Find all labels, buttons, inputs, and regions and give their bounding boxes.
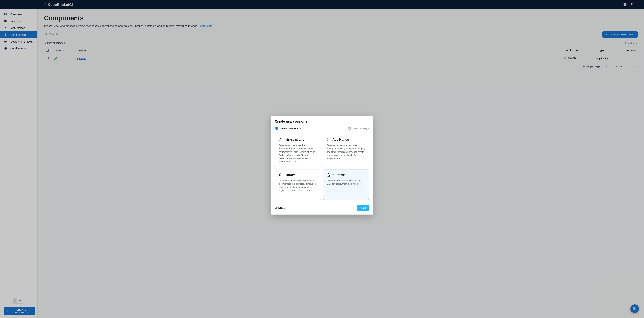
step-number: 2	[348, 127, 351, 130]
component-type-cards: Infrastructure Deploys and manages the i…	[271, 133, 373, 201]
next-button[interactable]: NEXT	[357, 205, 369, 211]
svg-rect-27	[328, 140, 328, 141]
card-title: Infrastructure	[284, 138, 304, 142]
step-1[interactable]: 1 Select component	[275, 127, 301, 130]
step-label: Select strategy	[353, 127, 369, 130]
card-autotest[interactable]: Autotest Onboard and start defining Qual…	[323, 169, 369, 200]
step-number: 1	[275, 127, 278, 130]
cancel-button[interactable]: CANCEL	[275, 207, 285, 209]
card-library[interactable]: Library Provides reusable code that can …	[275, 169, 321, 200]
library-icon	[279, 173, 283, 177]
card-application[interactable]: Application Deploys services and include…	[323, 134, 369, 167]
cloud-gear-icon	[279, 138, 283, 142]
svg-rect-25	[328, 138, 328, 140]
svg-point-29	[329, 175, 330, 176]
card-description: Provides reusable code that can be incor…	[279, 179, 317, 192]
modal-actions: CANCEL NEXT	[271, 201, 373, 214]
flask-icon	[327, 173, 331, 177]
create-component-modal: Create new component 1 Select component …	[271, 116, 373, 215]
svg-rect-26	[329, 138, 330, 140]
svg-rect-28	[329, 140, 330, 141]
step-connector	[302, 128, 346, 129]
step-label: Select component	[280, 127, 301, 130]
card-title: Application	[332, 138, 349, 142]
app-grid-icon	[327, 138, 331, 142]
card-title: Library	[284, 173, 295, 177]
svg-point-24	[280, 140, 281, 141]
card-title: Autotest	[332, 173, 345, 177]
step-2[interactable]: 2 Select strategy	[348, 127, 369, 130]
card-description: Deploys services and includes configurat…	[327, 144, 365, 160]
card-description: Onboard and start defining Quality Gate …	[327, 179, 365, 185]
card-infrastructure[interactable]: Infrastructure Deploys and manages the i…	[275, 134, 321, 167]
stepper: 1 Select component 2 Select strategy	[271, 127, 373, 133]
modal-title: Create new component	[271, 116, 373, 127]
card-description: Deploys and manages the infrastructure c…	[279, 144, 317, 163]
